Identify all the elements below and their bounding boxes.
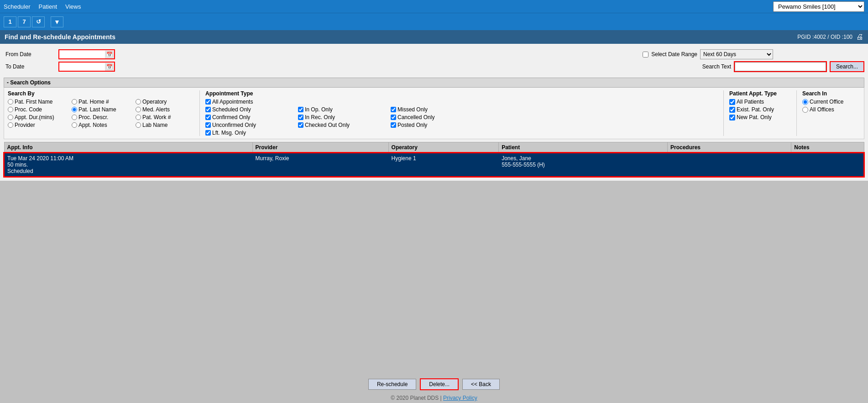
cb-unconfirmed-only-input[interactable]: [205, 122, 211, 128]
cb-checked-out-only-label: Checked Out Only: [305, 122, 350, 128]
filter-section: From Date 1/1/2020 📅 Select Date Range N…: [4, 47, 864, 76]
cb-all-appointments: All Appointments: [205, 99, 482, 105]
results-table: Appt. Info Provider Operatory Patient Pr…: [4, 142, 864, 177]
print-icon[interactable]: 🖨: [856, 33, 863, 41]
radio-proc-code: Proc. Code: [8, 106, 72, 113]
menu-views[interactable]: Views: [65, 3, 81, 10]
icon-btn-7[interactable]: 7: [18, 16, 31, 27]
radio-last-name-input[interactable]: [72, 107, 77, 112]
cb-confirmed-only: Confirmed Only: [205, 114, 297, 120]
menu-scheduler[interactable]: Scheduler: [4, 3, 31, 10]
radio-current-office: Current Office: [802, 99, 860, 105]
appt-type-grid: All Appointments Scheduled Only In Op. O…: [205, 99, 723, 136]
radio-work-num-label: Pat. Work #: [142, 114, 171, 120]
col-patient: Patient: [499, 142, 668, 153]
icon-btn-1[interactable]: 1: [4, 16, 16, 27]
from-date-wrap: 1/1/2020 📅: [58, 49, 115, 59]
radio-first-name-input[interactable]: [8, 99, 13, 105]
title-bar: Find and Re-schedule Appointments PGID :…: [0, 30, 868, 44]
cb-in-op-only-label: In Op. Only: [305, 106, 333, 113]
cell-operatory: Hygiene 1: [388, 153, 499, 177]
radio-lab-name-input[interactable]: [136, 122, 141, 128]
radio-first-name: Pat. First Name: [8, 99, 72, 105]
search-input[interactable]: jones: [735, 62, 826, 71]
cb-new-pat-only-label: New Pat. Only: [737, 114, 772, 120]
cb-in-rec-only-input[interactable]: [298, 115, 303, 120]
cb-exist-pat-only-input[interactable]: [729, 107, 735, 113]
cb-new-pat-only-input[interactable]: [729, 115, 735, 120]
cb-lft-msg-only-input[interactable]: [205, 130, 211, 136]
radio-appt-notes-label: Appt. Notes: [78, 122, 107, 128]
cb-scheduled-only-label: Scheduled Only: [212, 106, 251, 113]
radio-appt-notes-input[interactable]: [72, 122, 77, 128]
pat-appt-type-title: Patient Appt. Type: [729, 90, 796, 97]
delete-button[interactable]: Delete...: [420, 378, 459, 390]
radio-home-num-label: Pat. Home #: [78, 99, 109, 105]
cell-procedures: [668, 153, 791, 177]
radio-all-offices: All Offices: [802, 106, 860, 113]
radio-proc-code-input[interactable]: [8, 107, 13, 112]
search-options-header: - Search Options: [4, 78, 864, 88]
cb-checked-out-only-input[interactable]: [298, 122, 303, 128]
cb-scheduled-only-input[interactable]: [205, 107, 211, 112]
radio-home-num: Pat. Home #: [72, 99, 136, 105]
radio-operatory-input[interactable]: [136, 99, 141, 105]
cell-appt-info: Tue Mar 24 2020 11:00 AM50 mins.Schedule…: [4, 153, 252, 177]
radio-appt-dur-label: Appt. Dur.(mins): [15, 114, 54, 120]
to-date-input[interactable]: 6/30/2020: [59, 63, 105, 71]
icon-btn-down[interactable]: ▼: [51, 16, 63, 27]
office-dropdown[interactable]: Pewamo Smiles [100]: [773, 1, 864, 12]
radio-proc-descr: Proc. Descr.: [72, 114, 136, 120]
search-text-label: Search Text: [702, 63, 731, 70]
search-in-title: Search In: [802, 90, 860, 97]
radio-appt-dur: Appt. Dur.(mins): [8, 114, 72, 120]
search-by-title: Search By: [8, 90, 199, 97]
icon-btn-refresh[interactable]: ↺: [32, 16, 45, 27]
to-date-row: To Date 6/30/2020 📅 Search Text jones Se…: [4, 61, 864, 72]
radio-current-office-input[interactable]: [802, 99, 808, 105]
appt-type-section: Appointment Type All Appointments Schedu…: [199, 90, 723, 136]
radio-med-alerts-input[interactable]: [136, 107, 141, 112]
from-date-input[interactable]: 1/1/2020: [59, 50, 105, 58]
footer-text: © 2020 Planet DDS |: [391, 395, 443, 401]
radio-work-num-input[interactable]: [136, 115, 141, 120]
cb-checked-out-only: Checked Out Only: [298, 122, 389, 128]
cb-all-appointments-input[interactable]: [205, 99, 211, 105]
radio-all-offices-input[interactable]: [802, 107, 808, 113]
cb-cancelled-only-input[interactable]: [391, 115, 396, 120]
cell-provider: Murray, Roxie: [252, 153, 388, 177]
cb-exist-pat-only-label: Exist. Pat. Only: [737, 106, 774, 113]
back-button[interactable]: << Back: [462, 379, 500, 390]
cb-missed-only-input[interactable]: [391, 107, 396, 112]
cb-exist-pat-only: Exist. Pat. Only: [729, 106, 796, 113]
cb-all-appointments-label: All Appointments: [212, 99, 253, 105]
cb-all-patients-label: All Patients: [737, 99, 764, 105]
cell-notes: [791, 153, 864, 177]
date-range-section: Select Date Range Next 60 DaysNext 30 Da…: [643, 49, 773, 59]
reschedule-button[interactable]: Re-schedule: [368, 379, 416, 390]
results-table-header: Appt. Info Provider Operatory Patient Pr…: [4, 142, 864, 153]
radio-provider-input[interactable]: [8, 122, 13, 128]
search-by-section: Search By Pat. First Name Pat. Home # Op…: [8, 90, 199, 136]
to-date-calendar-btn[interactable]: 📅: [105, 63, 114, 71]
radio-proc-descr-input[interactable]: [72, 115, 77, 120]
col-notes: Notes: [791, 142, 864, 153]
cb-posted-only-input[interactable]: [391, 122, 396, 128]
radio-home-num-input[interactable]: [72, 99, 77, 105]
cb-in-op-only-input[interactable]: [298, 107, 303, 112]
from-date-calendar-btn[interactable]: 📅: [105, 51, 114, 58]
cb-confirmed-only-input[interactable]: [205, 115, 211, 120]
search-button[interactable]: Search...: [830, 61, 864, 72]
cb-all-patients-input[interactable]: [729, 99, 735, 105]
to-date-wrap: 6/30/2020 📅: [58, 62, 115, 72]
cb-confirmed-only-label: Confirmed Only: [212, 114, 250, 120]
privacy-policy-link[interactable]: Privacy Policy: [443, 395, 477, 401]
date-range-select[interactable]: Next 60 DaysNext 30 DaysCustom: [700, 49, 773, 59]
search-options-body: Search By Pat. First Name Pat. Home # Op…: [4, 88, 864, 139]
select-date-range-checkbox[interactable]: [643, 52, 648, 58]
radio-appt-dur-input[interactable]: [8, 115, 13, 120]
table-row[interactable]: Tue Mar 24 2020 11:00 AM50 mins.Schedule…: [4, 153, 864, 177]
search-in-section: Search In Current Office All Offices: [796, 90, 860, 136]
menu-patient[interactable]: Patient: [39, 3, 57, 10]
from-date-row: From Date 1/1/2020 📅 Select Date Range N…: [4, 49, 864, 59]
